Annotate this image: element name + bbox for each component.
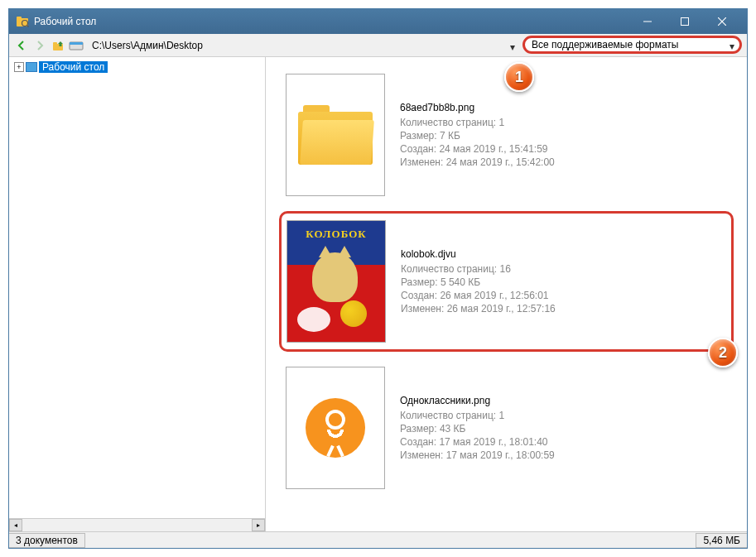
- scroll-right-button[interactable]: ▸: [252, 519, 265, 531]
- statusbar: 3 документов 5,46 МБ: [9, 531, 747, 548]
- file-item[interactable]: 68aed7bb8b.png Количество страниц: 1 Раз…: [279, 65, 734, 204]
- dropdown-arrow-left-icon: ▾: [510, 41, 515, 53]
- filter-label: Все поддерживаемые форматы: [532, 39, 678, 50]
- window-title: Рабочий стол: [34, 16, 628, 27]
- body: + Рабочий стол ◂ ▸ 68aed7bb8b.png Ко: [9, 57, 747, 531]
- tree-expand-button[interactable]: +: [14, 62, 24, 72]
- file-created: Создан: 17 мая 2019 г., 18:01:40: [400, 436, 555, 448]
- file-pages: Количество страниц: 1: [400, 410, 555, 421]
- toolbar: C:\Users\Админ\Desktop ▾ Все поддерживае…: [9, 34, 747, 57]
- close-button[interactable]: [703, 10, 740, 33]
- tree-hscrollbar[interactable]: ◂ ▸: [9, 518, 265, 531]
- callout-badge-1: 1: [504, 62, 534, 92]
- scroll-track[interactable]: [22, 519, 252, 531]
- file-pages: Количество страниц: 16: [401, 263, 556, 275]
- tree-root-row[interactable]: + Рабочий стол: [12, 60, 262, 74]
- file-list[interactable]: 68aed7bb8b.png Количество страниц: 1 Раз…: [266, 57, 747, 531]
- nav-back-button[interactable]: [14, 38, 29, 53]
- file-created: Создан: 26 мая 2019 г., 12:56:01: [401, 290, 556, 301]
- file-modified: Изменен: 17 мая 2019 г., 18:00:59: [400, 449, 555, 461]
- file-meta: Одноклассники.png Количество страниц: 1 …: [400, 367, 555, 489]
- svg-rect-11: [70, 42, 83, 45]
- odnoklassniki-icon: [306, 398, 365, 458]
- file-size: Размер: 5 540 КБ: [401, 276, 556, 288]
- file-item[interactable]: Одноклассники.png Количество страниц: 1 …: [279, 358, 734, 497]
- file-meta: 68aed7bb8b.png Количество страниц: 1 Раз…: [400, 74, 555, 196]
- nav-forward-button[interactable]: [32, 38, 47, 53]
- file-size: Размер: 43 КБ: [400, 423, 555, 435]
- maximize-button[interactable]: [666, 10, 703, 33]
- file-name: 68aed7bb8b.png: [400, 102, 555, 113]
- file-item-selected[interactable]: КОЛОБОК kolobok.djvu Количество страниц:…: [279, 211, 734, 352]
- callout-badge-2: 2: [708, 338, 738, 367]
- status-size: 5,46 МБ: [696, 533, 747, 548]
- status-docs: 3 документов: [9, 533, 85, 548]
- app-icon: [16, 15, 29, 28]
- file-thumbnail: [286, 367, 385, 489]
- file-modified: Изменен: 24 мая 2019 г., 15:42:00: [400, 156, 555, 168]
- file-meta: kolobok.djvu Количество страниц: 16 Разм…: [401, 220, 556, 343]
- file-pages: Количество страниц: 1: [400, 117, 555, 128]
- folder-icon: [298, 105, 373, 165]
- svg-line-3: [27, 26, 29, 27]
- desktop-icon: [26, 62, 37, 72]
- thumb-title: КОЛОБОК: [287, 228, 385, 241]
- file-thumbnail: КОЛОБОК: [287, 220, 386, 343]
- svg-rect-9: [53, 42, 57, 45]
- file-browser-window: Рабочий стол C:\Users\Админ\Desktop ▾ Вс…: [8, 8, 748, 549]
- folder-tree[interactable]: + Рабочий стол ◂ ▸: [9, 57, 266, 531]
- file-thumbnail: [286, 74, 385, 196]
- titlebar[interactable]: Рабочий стол: [9, 9, 747, 34]
- file-name: Одноклассники.png: [400, 395, 555, 406]
- drive-icon: [69, 39, 85, 52]
- path-text: C:\Users\Админ\Desktop: [92, 40, 203, 51]
- window-controls: [628, 10, 740, 33]
- minimize-button[interactable]: [628, 10, 666, 33]
- svg-rect-1: [17, 17, 22, 19]
- file-created: Создан: 24 мая 2019 г., 15:41:59: [400, 143, 555, 155]
- svg-rect-5: [681, 18, 688, 26]
- dropdown-arrow-icon: ▾: [730, 41, 734, 52]
- format-filter-dropdown[interactable]: ▾ Все поддерживаемые форматы ▾: [522, 36, 742, 54]
- file-modified: Изменен: 26 мая 2019 г., 12:57:16: [401, 303, 556, 315]
- scroll-left-button[interactable]: ◂: [9, 519, 22, 531]
- nav-up-button[interactable]: [51, 38, 65, 53]
- tree-root-label: Рабочий стол: [39, 61, 108, 73]
- file-size: Размер: 7 КБ: [400, 130, 555, 142]
- file-name: kolobok.djvu: [401, 248, 556, 260]
